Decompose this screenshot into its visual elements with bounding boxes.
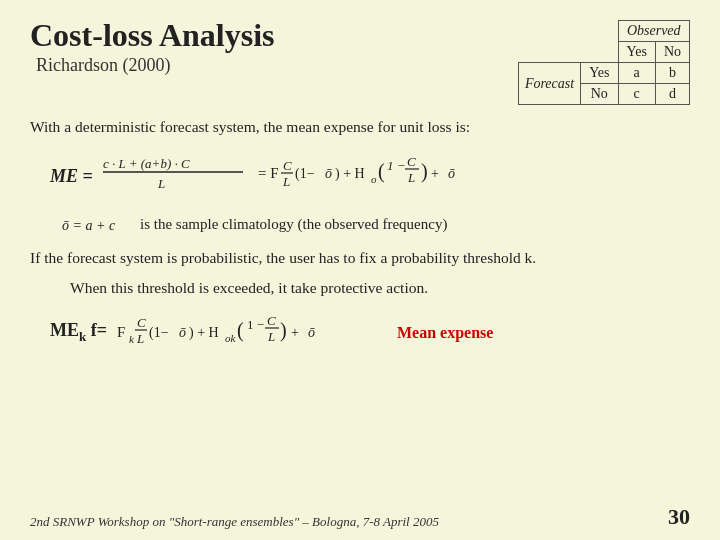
svg-text:F: F — [117, 324, 125, 340]
svg-text:1 −: 1 − — [247, 317, 264, 332]
svg-text:C: C — [283, 158, 292, 173]
svg-text:) + H: ) + H — [335, 166, 365, 182]
observed-header: Observed — [618, 21, 690, 42]
me-formula-row: ME = c · L + (a+b) · C L = F C L (1− ō )… — [50, 148, 690, 204]
page-number: 30 — [668, 504, 690, 530]
threshold-text: When this threshold is exceeded, it take… — [70, 276, 690, 299]
svg-text:+: + — [431, 166, 439, 181]
empty-cell3 — [518, 42, 580, 63]
mek-sub: k — [79, 329, 86, 344]
cell-a: a — [618, 63, 655, 84]
svg-text:(1−: (1− — [295, 166, 315, 182]
svg-text:ō: ō — [448, 166, 455, 181]
no-row-label: No — [581, 84, 618, 105]
svg-text:C: C — [137, 315, 146, 330]
climatology-text: is the sample climatology (the observed … — [140, 216, 447, 233]
svg-text:L: L — [407, 170, 415, 185]
svg-text:L: L — [282, 174, 290, 189]
no-col-header: No — [655, 42, 689, 63]
cell-b: b — [655, 63, 689, 84]
subtitle: Richardson (2000) — [36, 55, 275, 76]
cell-d: d — [655, 84, 689, 105]
empty-cell — [518, 21, 580, 42]
svg-text:C: C — [267, 313, 276, 328]
svg-text:ō: ō — [308, 325, 315, 340]
yes-col-header: Yes — [618, 42, 655, 63]
svg-text:L: L — [157, 176, 165, 191]
contingency-table: Observed Yes No Forecast Yes a b No c — [518, 20, 690, 105]
svg-text:+: + — [291, 325, 299, 340]
cell-c: c — [618, 84, 655, 105]
prob-text: If the forecast system is probabilistic,… — [30, 246, 690, 269]
svg-text:ō: ō — [179, 325, 186, 340]
title-block: Cost-loss Analysis Richardson (2000) — [30, 18, 275, 76]
empty-cell2 — [581, 21, 618, 42]
slide: Cost-loss Analysis Richardson (2000) Obs… — [0, 0, 720, 540]
svg-text:ō = a + c: ō = a + c — [62, 218, 116, 233]
svg-text:o: o — [371, 173, 377, 185]
text1: With a deterministic forecast system, th… — [30, 115, 690, 138]
contingency-table-block: Observed Yes No Forecast Yes a b No c — [518, 20, 690, 105]
svg-text:(1−: (1− — [149, 325, 169, 341]
climatology-row: ō = a + c is the sample climatology (the… — [60, 210, 690, 238]
svg-text:(: ( — [237, 319, 244, 342]
mek-label: MEk f= — [50, 320, 107, 345]
svg-text:ō: ō — [325, 166, 332, 181]
svg-text:C: C — [407, 154, 416, 169]
empty-cell4 — [581, 42, 618, 63]
mek-formula-row: MEk f= F k C L (1− ō ) + H ok ( 1 − C L … — [50, 307, 690, 359]
me-formula: c · L + (a+b) · C L = F C L (1− ō ) + H … — [103, 148, 583, 204]
svg-text:(: ( — [378, 160, 385, 183]
climatology-formula: ō = a + c — [60, 210, 140, 238]
forecast-row-label: Forecast — [518, 63, 580, 105]
footer: 2nd SRNWP Workshop on "Short-range ensem… — [0, 504, 720, 530]
me-label: ME = — [50, 166, 93, 187]
footer-text: 2nd SRNWP Workshop on "Short-range ensem… — [30, 514, 439, 530]
svg-text:L: L — [267, 329, 275, 344]
mek-formula: F k C L (1− ō ) + H ok ( 1 − C L ) + ō — [117, 307, 377, 359]
header-row: Cost-loss Analysis Richardson (2000) Obs… — [30, 18, 690, 105]
svg-text:k: k — [129, 333, 135, 345]
svg-text:= F: = F — [258, 165, 279, 181]
mean-expense-label: Mean expense — [397, 324, 493, 342]
svg-text:): ) — [280, 319, 287, 342]
svg-text:ok: ok — [225, 332, 237, 344]
svg-text:c · L + (a+b) · C: c · L + (a+b) · C — [103, 156, 190, 171]
svg-text:): ) — [421, 160, 428, 183]
svg-text:1 −: 1 − — [387, 158, 406, 173]
svg-text:L: L — [136, 331, 144, 346]
svg-text:) + H: ) + H — [189, 325, 219, 341]
main-title: Cost-loss Analysis — [30, 18, 275, 53]
yes-row-label: Yes — [581, 63, 618, 84]
